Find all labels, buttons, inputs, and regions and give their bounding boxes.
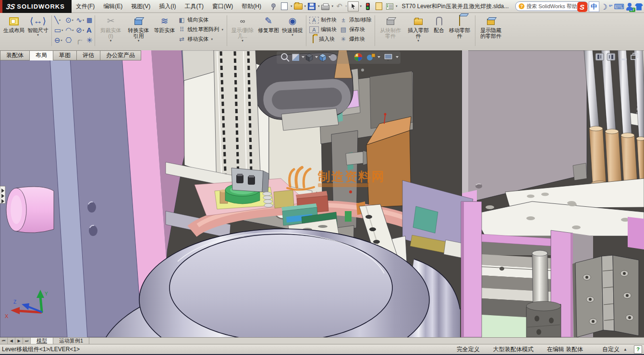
new-document-caret[interactable]: ▾ [291, 4, 292, 8]
save-caret[interactable]: ▾ [318, 4, 320, 8]
tab-evaluate[interactable]: 评估 [77, 50, 100, 60]
print-button[interactable] [320, 2, 330, 11]
move-entities-button[interactable]: ⇄ 移动实体 ▾ [176, 35, 225, 44]
explode-block-button[interactable]: ✳ 爆炸块 [338, 35, 373, 44]
solidworks-logo: 3S SOLIDWORKS [2, 0, 72, 13]
ime-punctuation-icon[interactable]: °’ [609, 4, 612, 10]
tab-assembly[interactable]: 装配体 [0, 50, 30, 60]
mate-button[interactable]: 配合 [432, 14, 446, 34]
select-tool-button[interactable] [348, 1, 359, 12]
pin-menu-icon[interactable] [268, 2, 276, 10]
mirror-entities-button[interactable]: ◧ 镜向实体 [176, 15, 225, 24]
ime-language-icon[interactable]: 中 [589, 1, 599, 12]
options-caret[interactable]: ▾ [396, 4, 398, 8]
ime-account-badge: 17 [629, 8, 635, 12]
open-caret[interactable]: ▾ [304, 4, 306, 8]
spline-tool[interactable]: ∿▾ [75, 16, 85, 24]
smart-dimension-button[interactable]: ⟨↔⟩ 智能尺寸 ▾ [26, 14, 50, 37]
sketch-picture-tool[interactable]: ▩ [85, 16, 94, 24]
hide-show-items-icon[interactable] [330, 54, 337, 61]
menu-tools[interactable]: 工具(T) [181, 1, 208, 12]
linear-sketch-pattern-button[interactable]: ⠿ 线性草图阵列 ▾ [176, 25, 225, 34]
ime-fullhalf-moon-icon[interactable]: ☽ [601, 2, 608, 12]
next-window-button[interactable] [607, 53, 615, 60]
menu-insert[interactable]: 插入(I) [155, 1, 180, 12]
insert-components-button[interactable]: 插入零部件 ▾ [404, 14, 432, 43]
graphics-viewport[interactable]: 装配体 布局 草图 评估 办公室产品 [0, 50, 644, 337]
tab-office-products[interactable]: 办公室产品 [100, 50, 141, 60]
triad-z-label: Z [13, 299, 16, 305]
menu-help[interactable]: 帮助(H) [237, 1, 266, 12]
menu-view[interactable]: 视图(V) [127, 1, 155, 12]
menu-edit[interactable]: 编辑(E) [99, 1, 127, 12]
insert-block-button[interactable]: 插入块 [308, 35, 338, 44]
save-button[interactable] [307, 2, 317, 11]
ime-skin-icon[interactable] [635, 3, 643, 11]
ellipse-tool[interactable]: ⊘▾ [75, 26, 85, 35]
smart-dimension-caret[interactable]: ▾ [37, 33, 39, 37]
featuremanager-expand-button[interactable] [0, 186, 5, 203]
rectangle-tool[interactable]: ▭▾ [53, 26, 64, 35]
tab-layout[interactable]: 布局 [30, 50, 53, 60]
insert-components-caret[interactable]: ▾ [417, 39, 419, 43]
tab-scroll-first-button[interactable]: ⏮ [0, 338, 8, 344]
offset-entities-button[interactable]: ≋ 等距实体 [152, 14, 176, 34]
menu-file[interactable]: 文件(F) [72, 1, 99, 12]
make-block-button[interactable]: A 制作块 [308, 15, 338, 24]
menu-window[interactable]: 窗口(W) [208, 1, 237, 12]
repair-sketch-button[interactable]: ✎ 修复草图 [256, 14, 280, 34]
tab-motion-study[interactable]: 运动算例1 [53, 338, 89, 344]
select-caret[interactable]: ▾ [360, 4, 362, 8]
convert-entities-caret[interactable]: ▾ [138, 39, 140, 43]
edit-appearance-icon[interactable] [354, 53, 362, 61]
document-title: ST70 Lever和Pin压装并且激光焊接.slda... [402, 2, 509, 11]
help-balloon-icon: ? [519, 3, 524, 9]
tab-sketch[interactable]: 草图 [53, 50, 77, 60]
slot-tool[interactable]: ⊖▾ [53, 36, 64, 45]
show-hidden-icon [487, 19, 495, 25]
circle-tool[interactable]: ⊙▾ [64, 16, 75, 24]
tab-model[interactable]: 模型 [31, 338, 53, 344]
line-tool[interactable]: ╲▾ [53, 16, 64, 24]
minimize-window-button[interactable] [620, 59, 627, 60]
sketch-text-tool[interactable]: A [85, 26, 94, 34]
point-tool[interactable]: ✳ [85, 36, 94, 45]
blocks-column-1: A 制作块 A 编辑块 插入块 [308, 15, 338, 44]
ime-softkeyboard-icon[interactable]: ⌨ [614, 2, 624, 11]
tab-scroll-last-button[interactable]: ⏭ [23, 338, 31, 344]
custom-units-dropdown[interactable]: 自定义 ▲ [602, 345, 627, 354]
convert-entities-button[interactable]: 转换实体引用 ▾ [124, 14, 152, 43]
print-caret[interactable]: ▾ [331, 4, 333, 8]
fillet-tool[interactable]: ╭▾ [75, 36, 85, 45]
rebuild-button[interactable] [363, 2, 373, 11]
section-view-icon[interactable] [292, 54, 299, 61]
fully-defined-status: 完全定义 [457, 345, 480, 354]
polygon-tool[interactable]: ⎔ [64, 36, 75, 45]
quick-snaps-caret[interactable]: ▾ [292, 33, 293, 37]
arc-tool[interactable]: ◠▾ [64, 26, 75, 35]
sogou-ime-icon[interactable]: S [577, 2, 587, 12]
tab-scroll-left-button[interactable]: ◀ [8, 338, 15, 344]
tab-scroll-right-button[interactable]: ▶ [15, 338, 23, 344]
save-block-icon: ▤ [340, 26, 347, 33]
pink-roller-handle [6, 187, 54, 233]
quick-snaps-button[interactable]: ◉ 快速捕捉 ▾ [280, 14, 304, 37]
create-layout-button[interactable]: 生成布局 [2, 14, 26, 34]
move-component-button[interactable]: 移动零部件 [446, 14, 474, 39]
options-button[interactable] [385, 2, 395, 11]
heads-up-view-toolbar [277, 51, 401, 64]
new-document-button[interactable] [279, 2, 290, 11]
edit-block-button[interactable]: A 编辑块 [308, 25, 338, 34]
save-block-button[interactable]: ▤ 保存块 [338, 25, 373, 34]
show-hidden-components-button[interactable]: 显示隐藏的零部件 [477, 14, 505, 39]
linear-pattern-caret[interactable]: ▾ [221, 28, 223, 32]
move-entities-caret[interactable]: ▾ [211, 37, 213, 41]
previous-window-button[interactable] [595, 53, 604, 60]
entity-ops-column: ◧ 镜向实体 ⠿ 线性草图阵列 ▾ ⇄ 移动实体 ▾ [176, 15, 225, 44]
ime-account-icon[interactable]: 17 [626, 2, 633, 11]
assembly-3d-scene[interactable]: 制造资料网 X Y Z [0, 50, 644, 337]
add-remove-button[interactable]: ± 添加/移除 [338, 15, 373, 24]
status-help-icon[interactable]: ? [634, 345, 642, 354]
open-document-button[interactable] [293, 2, 303, 11]
file-properties-button[interactable] [374, 2, 384, 11]
